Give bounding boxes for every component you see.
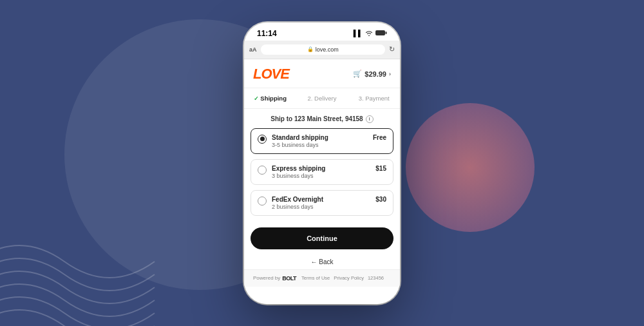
shipping-option-standard[interactable]: Standard shipping 3-5 business days Free [251, 128, 393, 154]
browser-url-bar[interactable]: 🔒 love.com [261, 44, 385, 55]
chevron-icon: › [389, 71, 391, 77]
svg-rect-0 [375, 30, 385, 35]
bolt-logo: BOLT [282, 275, 296, 282]
radio-standard[interactable] [258, 135, 267, 144]
step-payment-label: 3. Payment [359, 95, 390, 102]
option-standard-price: Free [373, 134, 386, 141]
powered-by-text: Powered by [253, 275, 280, 281]
check-icon: ✓ [254, 95, 259, 102]
back-arrow: ← [310, 258, 317, 265]
shipping-options-list: Standard shipping 3-5 business days Free… [244, 128, 400, 216]
continue-button[interactable]: Continue [251, 227, 393, 249]
battery-icon [375, 30, 387, 37]
terms-link[interactable]: Terms of Use [301, 275, 330, 281]
shipping-option-fedex[interactable]: FedEx Overnight 2 business days $30 [251, 190, 393, 216]
steps-nav: ✓ Shipping 2. Delivery 3. Payment [244, 88, 400, 109]
cart-amount: $29.99 [365, 70, 386, 78]
store-logo: LOVE [253, 66, 289, 82]
refresh-button[interactable]: ↻ [389, 45, 395, 53]
radio-dot [260, 137, 265, 141]
back-link[interactable]: ← Back [244, 254, 400, 269]
svg-rect-1 [386, 32, 387, 34]
option-express-details: Express shipping 3 business days [272, 165, 386, 179]
option-fedex-time: 2 business days [272, 204, 386, 210]
cart-info[interactable]: 🛒 $29.99 › [353, 70, 391, 78]
url-text: love.com [316, 46, 339, 53]
phone-frame: 11:14 ▌▌ aA 🔒 love.com ↻ [244, 23, 400, 304]
lock-icon: 🔒 [307, 46, 314, 52]
wifi-icon [365, 30, 373, 37]
status-icons: ▌▌ [354, 30, 387, 37]
ship-to-text: Ship to 123 Main Street, 94158 [270, 115, 363, 122]
browser-bar: aA 🔒 love.com ↻ [244, 41, 400, 59]
step-shipping[interactable]: ✓ Shipping [244, 93, 296, 103]
step-delivery-label: 2. Delivery [308, 95, 337, 102]
privacy-link[interactable]: Privacy Policy [334, 275, 364, 281]
browser-aa-label: aA [249, 46, 257, 53]
footer-id: 123456 [368, 275, 384, 281]
option-fedex-price: $30 [375, 196, 386, 203]
status-bar: 11:14 ▌▌ [244, 23, 400, 41]
footer-links: Terms of Use Privacy Policy 123456 [301, 275, 384, 281]
continue-section: Continue [244, 221, 400, 254]
option-standard-name: Standard shipping [272, 134, 386, 141]
radio-express[interactable] [258, 166, 267, 175]
radio-fedex[interactable] [258, 197, 267, 206]
option-express-name: Express shipping [272, 165, 386, 172]
option-fedex-details: FedEx Overnight 2 business days [272, 196, 386, 210]
page-content: LOVE 🛒 $29.99 › ✓ Shipping 2. Delivery 3… [244, 59, 400, 304]
bg-circle-pink [406, 103, 535, 232]
cart-icon: 🛒 [353, 70, 362, 78]
status-time: 11:14 [257, 29, 277, 38]
ship-to-header: Ship to 123 Main Street, 94158 i [244, 109, 400, 128]
option-express-price: $15 [375, 165, 386, 172]
back-label: Back [319, 258, 333, 265]
powered-by: Powered by BOLT [253, 275, 296, 282]
shipping-option-express[interactable]: Express shipping 3 business days $15 [251, 159, 393, 185]
option-fedex-name: FedEx Overnight [272, 196, 386, 203]
step-shipping-label: Shipping [260, 95, 287, 102]
step-payment[interactable]: 3. Payment [348, 93, 400, 103]
page-footer: Powered by BOLT Terms of Use Privacy Pol… [244, 269, 400, 287]
option-standard-time: 3-5 business days [272, 142, 386, 148]
signal-icon: ▌▌ [354, 30, 363, 37]
option-express-time: 3 business days [272, 173, 386, 179]
bg-lines-decoration [0, 158, 167, 326]
option-standard-details: Standard shipping 3-5 business days [272, 134, 386, 148]
store-header: LOVE 🛒 $29.99 › [244, 59, 400, 88]
info-icon[interactable]: i [366, 115, 374, 123]
step-delivery[interactable]: 2. Delivery [296, 93, 348, 103]
